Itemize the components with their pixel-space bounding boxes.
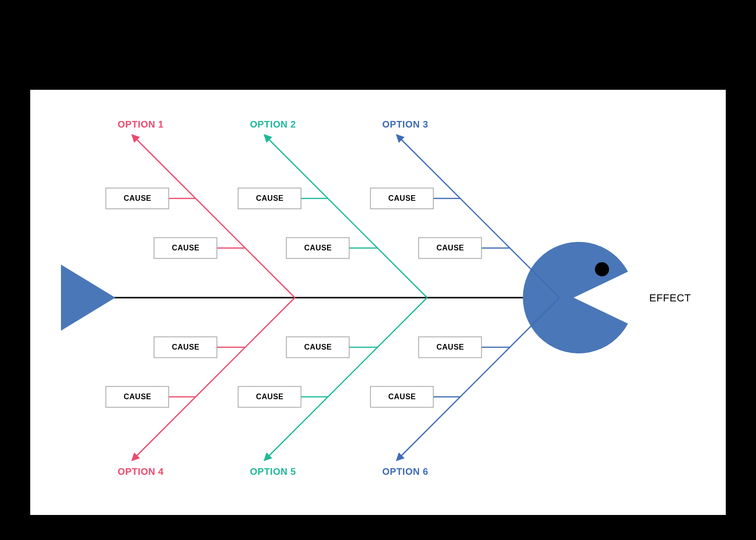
option-label-2: OPTION 2 bbox=[250, 119, 296, 129]
cause-text: CAUSE bbox=[437, 343, 464, 351]
cause-text: CAUSE bbox=[172, 244, 200, 252]
branch-top-3 bbox=[399, 137, 559, 298]
effect-label: EFFECT bbox=[649, 292, 691, 304]
cause-text: CAUSE bbox=[304, 244, 332, 252]
branch-bottom-1 bbox=[134, 298, 295, 458]
fish-head bbox=[523, 242, 628, 353]
diagram-canvas: EFFECT OPTION 1 CAUSE CAUSE OPTION 2 CAU… bbox=[30, 90, 726, 515]
cause-text: CAUSE bbox=[124, 393, 152, 401]
option-label-3: OPTION 3 bbox=[382, 119, 428, 129]
cause-text: CAUSE bbox=[304, 343, 332, 351]
cause-text: CAUSE bbox=[388, 393, 416, 401]
branch-bottom-2 bbox=[266, 298, 427, 458]
fish-tail bbox=[61, 265, 115, 331]
fishbone-svg: EFFECT OPTION 1 CAUSE CAUSE OPTION 2 CAU… bbox=[30, 90, 726, 515]
cause-text: CAUSE bbox=[388, 194, 416, 202]
option-label-4: OPTION 4 bbox=[118, 466, 164, 477]
option-label-1: OPTION 1 bbox=[118, 119, 163, 129]
option-label-5: OPTION 5 bbox=[250, 466, 296, 477]
cause-text: CAUSE bbox=[124, 194, 152, 202]
cause-text: CAUSE bbox=[172, 343, 200, 351]
cause-text: CAUSE bbox=[437, 244, 464, 252]
cause-text: CAUSE bbox=[256, 393, 284, 401]
branch-top-2 bbox=[266, 137, 427, 298]
option-label-6: OPTION 6 bbox=[382, 466, 428, 477]
branch-top-1 bbox=[134, 137, 295, 298]
cause-text: CAUSE bbox=[256, 194, 284, 202]
fish-eye bbox=[595, 262, 609, 276]
branch-bottom-3 bbox=[399, 298, 559, 458]
